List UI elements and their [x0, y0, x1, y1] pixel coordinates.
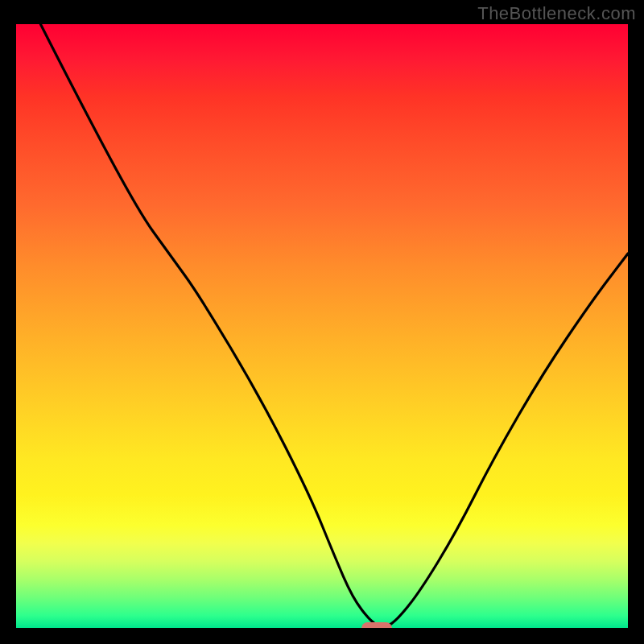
- optimum-marker: [361, 622, 392, 629]
- plot-area: [16, 24, 628, 628]
- curve-svg: [16, 24, 628, 628]
- chart-frame: TheBottleneck.com: [0, 0, 644, 644]
- curve-path: [40, 24, 628, 626]
- watermark-text: TheBottleneck.com: [477, 3, 636, 24]
